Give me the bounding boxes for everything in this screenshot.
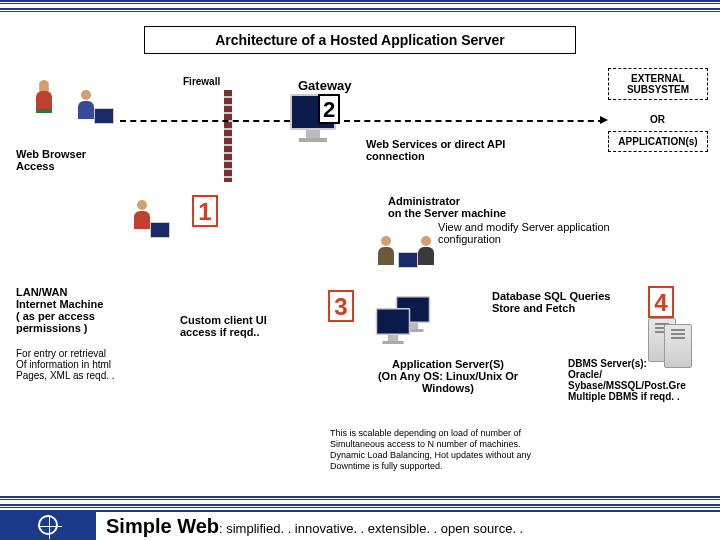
top-stripe-2 xyxy=(0,8,720,12)
dashed-connector-1 xyxy=(120,120,290,122)
appserver-label: Application Server(S)(On Any OS: Linux/U… xyxy=(358,358,538,394)
dbms-label: DBMS Server(s):Oracle/Sybase/MSSQL/Post.… xyxy=(568,358,686,402)
web-services-label: Web Services or direct APIconnection xyxy=(366,138,505,162)
globe-icon xyxy=(38,515,58,535)
applications-box: APPLICATION(s) xyxy=(608,131,708,152)
firewall-bar xyxy=(224,90,232,182)
users-group-icon xyxy=(36,80,122,144)
step-3-marker: 3 xyxy=(328,290,354,322)
custom-client-label: Custom client UIaccess if reqd.. xyxy=(180,314,267,338)
lanwan-label: LAN/WANInternet Machine( as per accesspe… xyxy=(16,286,103,334)
arrow-icon xyxy=(600,116,608,124)
bottom-stripe-2 xyxy=(0,504,720,508)
db-queries-label: Database SQL QueriesStore and Fetch xyxy=(492,290,610,314)
step-4-marker: 4 xyxy=(648,286,674,318)
footer: Simple Web: simplified. . innovative. . … xyxy=(0,510,720,540)
dashed-connector-2 xyxy=(344,120,604,122)
external-subsystem-box: EXTERNAL SUBSYSTEM xyxy=(608,68,708,100)
admin-users-icon xyxy=(378,232,448,282)
step-2-marker: 2 xyxy=(318,94,340,124)
web-browser-label: Web BrowserAccess xyxy=(16,148,86,172)
administrator-label: Administratoron the Server machine xyxy=(388,195,506,219)
admin-description: View and modify Server applicationconfig… xyxy=(438,221,610,245)
firewall-label: Firewall xyxy=(183,76,220,87)
entry-retrieval-label: For entry or retrievalOf information in … xyxy=(16,348,115,381)
step-1-marker: 1 xyxy=(192,195,218,227)
scalability-note: This is scalable depending on load of nu… xyxy=(330,428,610,472)
or-label: OR xyxy=(650,114,665,125)
footer-logo-box xyxy=(0,510,96,540)
gateway-label: Gateway xyxy=(298,78,351,93)
footer-text: Simple Web: simplified. . innovative. . … xyxy=(106,515,523,538)
bottom-stripe-1 xyxy=(0,496,720,500)
single-user-icon xyxy=(128,200,178,254)
top-stripe-1 xyxy=(0,0,720,4)
diagram-title: Architecture of a Hosted Application Ser… xyxy=(144,26,576,54)
